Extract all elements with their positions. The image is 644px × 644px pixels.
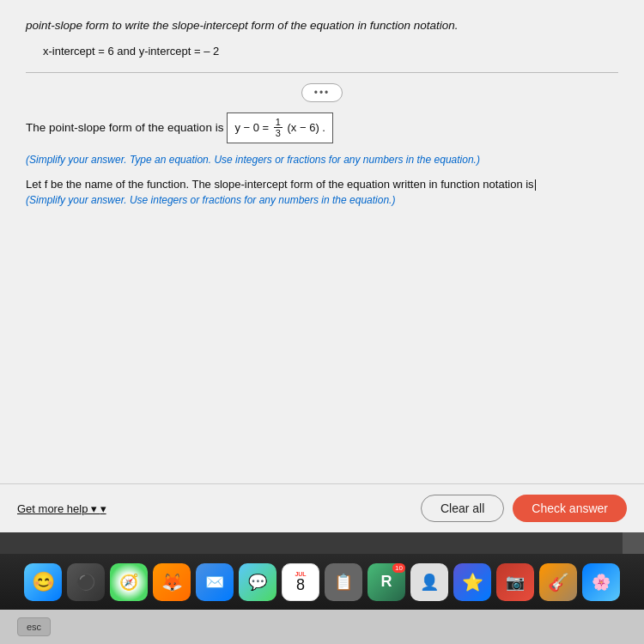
- laptop-screen: point-slope form to write the slope-inte…: [0, 0, 644, 532]
- text-cursor: [535, 179, 536, 191]
- dock-icon-star[interactable]: ⭐: [453, 563, 491, 601]
- calendar-date: JUL 8: [295, 571, 306, 592]
- finder-icon: 😊: [32, 571, 55, 593]
- esc-key[interactable]: esc: [17, 617, 51, 636]
- function-label-text: Let f be the name of the function. The s…: [26, 178, 534, 191]
- simplify-note-1: (Simplify your answer. Type an equation.…: [26, 152, 618, 167]
- equation-section: The point-slope form of the equation is …: [26, 112, 618, 143]
- equation-lhs: y − 0 =: [234, 117, 271, 139]
- reeder-badge: 10: [392, 563, 405, 573]
- firefox-icon: 🦊: [161, 572, 183, 592]
- clear-all-button[interactable]: Clear all: [421, 495, 504, 522]
- dock-icon-launchpad[interactable]: ⚫: [67, 563, 105, 601]
- contacts-icon: 👤: [420, 573, 439, 592]
- safari-icon: 🧭: [119, 573, 138, 592]
- dock-icon-photo-edit[interactable]: 📷: [496, 563, 534, 601]
- dock-icon-safari[interactable]: 🧭: [110, 563, 148, 601]
- equation-rhs: (x − 6) .: [284, 117, 325, 139]
- equation-box: y − 0 = 1 3 (x − 6) .: [227, 112, 333, 143]
- dock-icon-mail[interactable]: ✉️: [196, 563, 234, 601]
- keyboard-area: esc: [0, 610, 644, 644]
- given-values: x-intercept = 6 and y-intercept = – 2: [43, 43, 618, 60]
- function-section: Let f be the name of the function. The s…: [26, 176, 618, 206]
- divider: [26, 72, 618, 73]
- messages-icon: 💬: [248, 573, 267, 592]
- get-more-help-link[interactable]: Get more help ▾: [17, 502, 106, 515]
- dock-icon-garageband[interactable]: 🎸: [539, 563, 577, 601]
- bottom-bar: Get more help ▾ Clear all Check answer: [0, 483, 644, 532]
- dock-icon-firefox[interactable]: 🦊: [153, 563, 191, 601]
- appstore-icon: 🌸: [592, 573, 611, 592]
- dock-icon-contacts[interactable]: 👤: [410, 563, 448, 601]
- action-buttons: Clear all Check answer: [421, 495, 627, 522]
- intro-text: point-slope form to write the slope-inte…: [26, 17, 618, 34]
- dock-icon-messages[interactable]: 💬: [239, 563, 276, 601]
- photo-edit-icon: 📷: [506, 573, 525, 592]
- garageband-icon: 🎸: [548, 572, 569, 592]
- dock-icon-appstore[interactable]: 🌸: [582, 563, 620, 601]
- simplify-note-2: (Simplify your answer. Use integers or f…: [26, 194, 618, 206]
- fraction: 1 3: [274, 117, 283, 138]
- equation-label-text: The point-slope form of the equation is: [26, 116, 223, 139]
- fraction-denominator: 3: [274, 128, 283, 138]
- dock-icon-reeder[interactable]: R 10: [368, 563, 405, 601]
- fraction-numerator: 1: [274, 117, 283, 128]
- reeder-icon: R: [381, 573, 392, 591]
- mail-icon: ✉️: [205, 573, 224, 592]
- ellipsis-button[interactable]: •••: [301, 83, 343, 102]
- dock: 😊 ⚫ 🧭 🦊 ✉️ 💬 JUL 8 📋 R 10 👤 ⭐: [0, 554, 644, 610]
- check-answer-button[interactable]: Check answer: [513, 495, 627, 522]
- calendar-day: 8: [296, 577, 305, 592]
- dock-icon-calendar[interactable]: JUL 8: [282, 563, 319, 601]
- launchpad-icon: ⚫: [76, 573, 95, 592]
- function-line: Let f be the name of the function. The s…: [26, 176, 618, 194]
- photos-alt-icon: 📋: [334, 573, 353, 592]
- equation-line: The point-slope form of the equation is …: [26, 112, 618, 143]
- star-icon: ⭐: [462, 572, 483, 592]
- content-area: point-slope form to write the slope-inte…: [0, 0, 644, 483]
- dock-icon-finder[interactable]: 😊: [24, 563, 62, 601]
- dock-icon-photos-alt[interactable]: 📋: [325, 563, 362, 601]
